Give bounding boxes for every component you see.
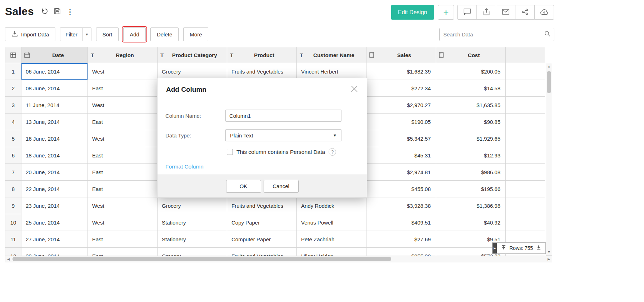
publish-button[interactable] (534, 5, 554, 20)
cell-product[interactable]: Fruits and Vegetables (227, 248, 297, 256)
cell-region[interactable]: West (88, 97, 158, 114)
row-number[interactable]: 5 (5, 130, 21, 147)
cell-region[interactable]: East (88, 231, 158, 248)
filter-dropdown-arrow[interactable]: ▾ (83, 28, 91, 41)
row-number[interactable]: 3 (5, 97, 21, 114)
row-number[interactable]: 11 (5, 231, 21, 248)
row-number[interactable]: 10 (5, 214, 21, 231)
cell-region[interactable]: East (88, 164, 158, 181)
sort-button[interactable]: Sort (96, 27, 119, 41)
cell-date[interactable]: 23 June, 2014 (21, 197, 88, 214)
cell-cost[interactable]: $1,635.85 (436, 97, 506, 114)
share-button[interactable] (515, 5, 535, 20)
cell-empty[interactable] (506, 181, 545, 197)
cell-region[interactable]: West (88, 63, 158, 80)
scroll-left-arrow-icon[interactable]: ◀ (5, 257, 11, 261)
refresh-button[interactable] (41, 8, 48, 16)
cell-date[interactable]: 25 June, 2014 (21, 214, 88, 231)
title-more-button[interactable]: ⋮ (66, 8, 74, 15)
delete-button[interactable]: Delete (150, 27, 179, 41)
row-number[interactable]: 4 (5, 114, 21, 130)
save-button[interactable] (54, 8, 61, 16)
cell-sales[interactable]: $272.34 (366, 80, 436, 97)
scroll-to-bottom-icon[interactable] (536, 245, 541, 251)
cell-sales[interactable]: $409.51 (366, 214, 436, 231)
horizontal-scroll-thumb[interactable] (13, 257, 391, 261)
cell-sales[interactable]: $955.88 (366, 248, 436, 256)
scroll-up-arrow-icon[interactable]: ▲ (548, 63, 551, 70)
cell-customer-name[interactable]: Vincent Herbert (297, 63, 366, 80)
column-header-empty[interactable] (506, 47, 545, 63)
cell-customer-name[interactable]: Andy Roddick (297, 197, 366, 214)
cell-cost[interactable]: $200.05 (436, 63, 506, 80)
scroll-down-arrow-icon[interactable]: ▼ (548, 249, 551, 255)
cell-sales[interactable]: $27.69 (366, 231, 436, 248)
cell-product[interactable]: Copy Paper (227, 214, 297, 231)
cell-empty[interactable] (506, 114, 545, 130)
cell-product[interactable]: Computer Paper (227, 231, 297, 248)
cell-cost[interactable]: $986.08 (436, 164, 506, 181)
column-header-product-category[interactable]: T Product Category (158, 47, 227, 63)
comment-button[interactable] (457, 5, 477, 20)
cell-cost[interactable]: $1,386.98 (436, 197, 506, 214)
email-button[interactable] (496, 5, 515, 20)
row-number[interactable]: 9 (5, 197, 21, 214)
cell-cost[interactable]: $12.93 (436, 147, 506, 164)
cell-cost[interactable]: $90.85 (436, 114, 506, 130)
scroll-to-top-icon[interactable] (501, 245, 506, 251)
cell-sales[interactable]: $3,928.38 (366, 197, 436, 214)
cell-date[interactable]: 13 June, 2014 (21, 114, 88, 130)
cell-cost[interactable]: $1,929.65 (436, 130, 506, 147)
cell-region[interactable]: West (88, 214, 158, 231)
column-header-cost[interactable]: Cost (436, 47, 506, 63)
row-number[interactable]: 6 (5, 147, 21, 164)
cell-empty[interactable] (506, 214, 545, 231)
scroll-right-arrow-icon[interactable]: ▶ (546, 257, 552, 261)
cell-date[interactable]: 08 June, 2014 (21, 80, 88, 97)
cell-region[interactable]: West (88, 197, 158, 214)
cell-date[interactable]: 20 June, 2014 (21, 164, 88, 181)
help-icon[interactable]: ? (329, 148, 336, 156)
add-new-button[interactable]: + (438, 5, 454, 20)
search-icon[interactable] (544, 31, 550, 38)
column-header-date[interactable]: Date (21, 47, 88, 63)
cell-sales[interactable]: $455.08 (366, 181, 436, 197)
horizontal-scrollbar[interactable]: ◀ ▶ (5, 256, 552, 262)
cell-region[interactable]: East (88, 181, 158, 197)
cell-cost[interactable]: $14.58 (436, 80, 506, 97)
cell-region[interactable]: East (88, 248, 158, 256)
cell-empty[interactable] (506, 63, 545, 80)
cell-product-category[interactable]: Grocery (158, 197, 227, 214)
cell-empty[interactable] (506, 80, 545, 97)
cell-product-category[interactable]: Stationery (158, 231, 227, 248)
more-button[interactable]: More (183, 27, 208, 41)
cell-customer-name[interactable]: Venus Powell (297, 214, 366, 231)
cell-sales[interactable]: $45.31 (366, 147, 436, 164)
cell-empty[interactable] (506, 97, 545, 114)
cell-date[interactable]: 18 June, 2014 (21, 147, 88, 164)
cell-product-category[interactable]: Grocery (158, 63, 227, 80)
cell-region[interactable]: East (88, 80, 158, 97)
cell-region[interactable]: East (88, 114, 158, 130)
cell-date[interactable]: 16 June, 2014 (21, 130, 88, 147)
cell-sales[interactable]: $5,342.57 (366, 130, 436, 147)
cell-product[interactable]: Fruits and Vegetables (227, 63, 297, 80)
cell-empty[interactable] (506, 197, 545, 214)
export-button[interactable] (476, 5, 496, 20)
column-name-input[interactable] (225, 110, 341, 122)
edit-design-button[interactable]: Edit Design (391, 5, 434, 20)
column-header-sales[interactable]: Sales (366, 47, 436, 63)
personal-data-checkbox[interactable] (227, 149, 233, 155)
cancel-button[interactable]: Cancel (264, 180, 299, 193)
vertical-scroll-thumb[interactable] (547, 71, 551, 93)
cell-product-category[interactable]: Grocery (158, 248, 227, 256)
row-number[interactable]: 8 (5, 181, 21, 197)
row-number[interactable]: 12 (5, 248, 21, 256)
cell-date[interactable]: 11 June, 2014 (21, 97, 88, 114)
cell-date[interactable]: 28 June, 2014 (21, 248, 88, 256)
cell-product-category[interactable]: Stationery (158, 214, 227, 231)
cell-cost[interactable]: $40.92 (436, 214, 506, 231)
row-number[interactable]: 1 (5, 63, 21, 80)
format-column-link[interactable]: Format Column (165, 163, 204, 170)
cell-product[interactable]: Fruits and Vegetables (227, 197, 297, 214)
